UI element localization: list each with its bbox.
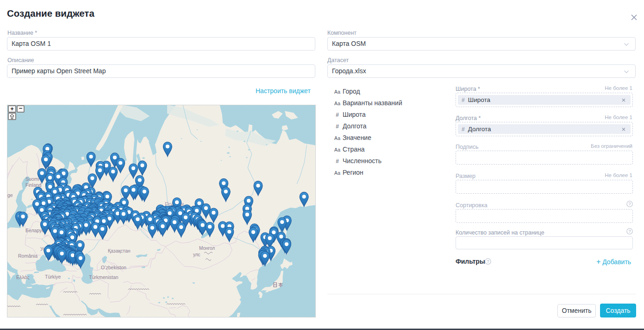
svg-text:Қазақстан: Қазақстан xyxy=(108,248,131,254)
svg-text:O’zbekiston: O’zbekiston xyxy=(101,265,126,270)
svg-text:Türkiye: Türkiye xyxy=(45,274,61,279)
svg-text:?: ? xyxy=(487,259,489,264)
svg-text:România: România xyxy=(18,253,38,259)
svg-text:?: ? xyxy=(628,229,631,234)
svg-text:улс: улс xyxy=(193,252,200,257)
svg-text:Ελλάς: Ελλάς xyxy=(16,274,29,280)
svg-text:?: ? xyxy=(628,202,631,206)
svg-text:Монгол: Монгол xyxy=(199,246,215,251)
svg-text:Finland: Finland xyxy=(25,182,42,188)
svg-text:Türkmenistan: Türkmenistan xyxy=(89,274,119,280)
svg-text:Sverige: Sverige xyxy=(7,192,13,198)
